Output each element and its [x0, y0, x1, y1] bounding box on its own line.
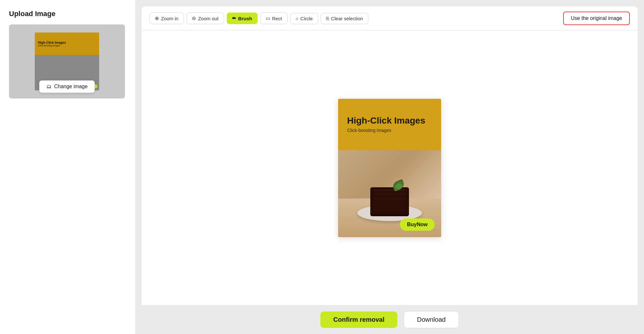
download-button[interactable]: Download	[404, 311, 459, 328]
zoom-in-icon: ⊕	[155, 15, 159, 21]
zoom-in-label: Zoom in	[161, 16, 178, 21]
rect-button[interactable]: ▭ Rect	[260, 13, 288, 24]
bottom-action-bar: Confirm removal Download	[142, 305, 638, 334]
left-panel: Upload Image High-Click Images Click-boo…	[0, 0, 135, 334]
change-image-button[interactable]: 🗂 Change image	[39, 80, 95, 93]
clear-icon: ⎘	[326, 16, 329, 21]
change-image-label: Change image	[54, 84, 88, 89]
brush-label: Brush	[238, 16, 252, 21]
mini-ad-sub: Click-boosting images	[38, 44, 96, 47]
zoom-out-button[interactable]: ⊖ Zoom out	[186, 13, 224, 24]
circle-label: Circle	[300, 16, 313, 21]
brownie	[370, 187, 409, 216]
folder-icon: 🗂	[46, 84, 52, 89]
circle-button[interactable]: ○ Circle	[290, 13, 318, 24]
clear-selection-button[interactable]: ⎘ Clear selection	[321, 13, 368, 24]
buy-now-label: BuyNow	[400, 218, 435, 231]
circle-icon: ○	[296, 16, 298, 21]
confirm-removal-button[interactable]: Confirm removal	[320, 311, 397, 328]
mini-ad-title: High-Click Images	[38, 41, 96, 44]
brush-icon: ✏	[232, 15, 236, 21]
clear-selection-label: Clear selection	[331, 16, 363, 21]
ad-preview: High-Click Images Click-boosting images	[338, 99, 441, 237]
toolbar: ⊕ Zoom in ⊖ Zoom out ✏ Brush ▭ Rect ○ Ci…	[142, 6, 638, 31]
upload-title: Upload Image	[9, 10, 126, 18]
brush-button[interactable]: ✏ Brush	[227, 13, 258, 24]
ad-subtitle: Click-boosting images	[347, 128, 432, 133]
ad-top-section: High-Click Images Click-boosting images	[338, 99, 441, 150]
zoom-in-button[interactable]: ⊕ Zoom in	[149, 13, 184, 24]
zoom-out-label: Zoom out	[198, 16, 218, 21]
zoom-out-icon: ⊖	[192, 15, 196, 21]
use-original-label: Use the original image	[571, 15, 622, 21]
right-panel: ⊕ Zoom in ⊖ Zoom out ✏ Brush ▭ Rect ○ Ci…	[135, 0, 644, 334]
thumbnail-container: High-Click Images Click-boosting images …	[9, 24, 125, 98]
rect-icon: ▭	[266, 15, 270, 21]
rect-label: Rect	[272, 16, 282, 21]
ad-image-section: BuyNow	[338, 150, 441, 237]
canvas-area: High-Click Images Click-boosting images	[142, 31, 638, 305]
use-original-button[interactable]: Use the original image	[563, 12, 630, 25]
ad-main-title: High-Click Images	[347, 116, 432, 126]
